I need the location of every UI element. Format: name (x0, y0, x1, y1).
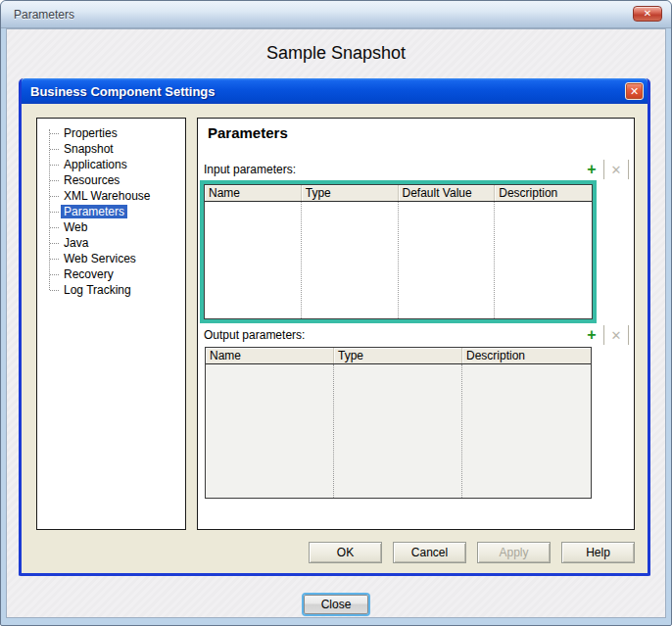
add-output-parameter-button[interactable]: + (580, 325, 604, 345)
input-column-name[interactable]: Name (205, 185, 302, 201)
dialog-titlebar[interactable]: Business Component Settings ✕ (22, 78, 648, 104)
input-table-header: Name Type Default Value Description (205, 185, 592, 202)
output-column-description[interactable]: Description (462, 348, 591, 363)
input-column-type[interactable]: Type (302, 185, 399, 201)
add-input-parameter-button[interactable]: + (580, 160, 604, 179)
window-title: Parameters (14, 8, 74, 22)
input-parameters-table-focus-border: Name Type Default Value Description (200, 180, 597, 323)
input-parameters-header: Input parameters: + ✕ (204, 160, 629, 179)
tree-item-xml-warehouse[interactable]: XML Warehouse (37, 188, 185, 204)
output-column-type[interactable]: Type (334, 348, 462, 363)
close-icon: ✕ (644, 8, 651, 19)
tree-item-java[interactable]: Java (37, 235, 185, 251)
parameters-window: Parameters ✕ Sample Snapshot Business Co… (0, 0, 672, 626)
window-titlebar[interactable]: Parameters ✕ (1, 1, 671, 28)
output-parameters-table[interactable]: Name Type Description (205, 347, 592, 499)
output-table-body[interactable] (206, 364, 591, 498)
dialog-body: Properties Snapshot Applications Resourc… (22, 104, 648, 573)
delete-output-parameter-button[interactable]: ✕ (604, 325, 629, 345)
parameters-panel: Parameters Input parameters: + ✕ Name T (197, 118, 635, 530)
delete-input-parameter-button[interactable]: ✕ (604, 160, 629, 179)
plus-icon: + (587, 326, 596, 344)
help-button[interactable]: Help (561, 542, 635, 563)
dialog-button-row: OK Cancel Apply Help (309, 542, 635, 563)
cancel-button[interactable]: Cancel (393, 542, 466, 563)
tree-item-log-tracking[interactable]: Log Tracking (37, 282, 185, 298)
tree-item-snapshot[interactable]: Snapshot (37, 141, 185, 157)
panel-title: Parameters (208, 124, 288, 141)
output-toolbar: + ✕ (580, 325, 629, 345)
input-table-body[interactable] (205, 202, 592, 318)
delete-icon: ✕ (611, 328, 622, 343)
apply-button[interactable]: Apply (477, 542, 551, 563)
settings-tree: Properties Snapshot Applications Resourc… (37, 119, 185, 298)
input-column-default-value[interactable]: Default Value (399, 185, 496, 201)
plus-icon: + (587, 161, 596, 178)
business-component-settings-dialog: Business Component Settings ✕ Properties… (19, 78, 650, 576)
tree-item-resources[interactable]: Resources (37, 172, 185, 188)
delete-icon: ✕ (611, 163, 622, 177)
ok-button[interactable]: OK (309, 542, 382, 563)
input-parameters-label: Input parameters: (204, 163, 580, 176)
tree-item-parameters[interactable]: Parameters (37, 204, 185, 219)
tree-item-properties[interactable]: Properties (37, 125, 185, 141)
window-client-area: Sample Snapshot Business Component Setti… (6, 28, 666, 618)
settings-tree-panel: Properties Snapshot Applications Resourc… (36, 118, 186, 530)
input-parameters-table[interactable]: Name Type Default Value Description (204, 184, 593, 319)
dialog-title: Business Component Settings (30, 84, 216, 99)
output-column-name[interactable]: Name (206, 348, 334, 363)
tree-item-recovery[interactable]: Recovery (37, 266, 185, 282)
tree-item-applications[interactable]: Applications (37, 157, 185, 172)
close-icon: ✕ (630, 85, 639, 97)
output-parameters-label: Output parameters: (204, 328, 580, 342)
window-close-button[interactable]: ✕ (633, 6, 662, 22)
output-parameters-header: Output parameters: + ✕ (204, 325, 629, 345)
close-button[interactable]: Close (302, 593, 370, 616)
output-table-header: Name Type Description (206, 348, 591, 364)
tree-item-web-services[interactable]: Web Services (37, 251, 185, 266)
input-column-description[interactable]: Description (495, 185, 592, 201)
input-toolbar: + ✕ (580, 160, 629, 179)
tree-item-web[interactable]: Web (37, 219, 185, 235)
dialog-close-button[interactable]: ✕ (625, 82, 644, 100)
page-title: Sample Snapshot (7, 43, 665, 64)
